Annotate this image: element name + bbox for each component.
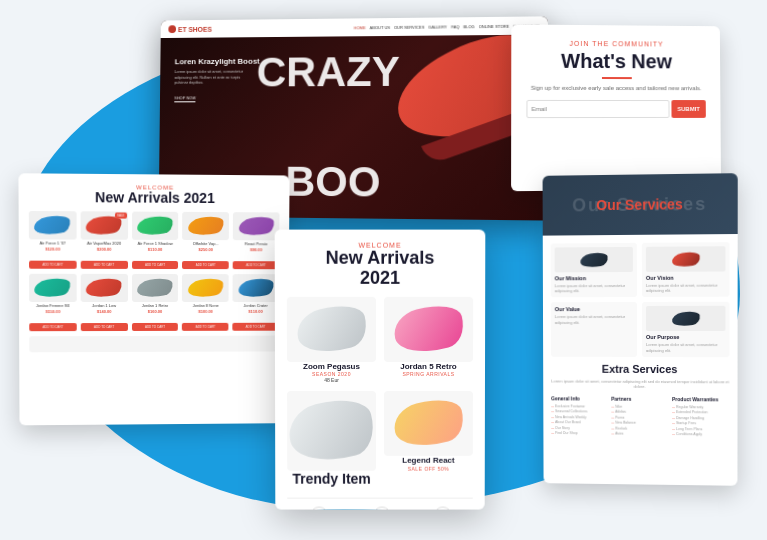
extra-services-title: Extra Services [551,362,729,375]
product-thumb [132,274,179,302]
card-featured: WELCOME New Arrivals2021 Zoom Pegasus SE… [275,230,486,510]
add-to-cart-button[interactable]: ADD TO CART [80,261,127,269]
nav-faq[interactable]: FAQ [451,24,459,29]
featured-item-name-4: Legend React [384,456,473,466]
service-vision-desc: Lorem ipsum dolor sit amet, consectetur … [646,283,726,294]
newsletter-form: SUBMIT [526,100,705,118]
featured-shoe-box-3 [287,391,376,471]
product-row-1: Air Force 1 '07 $120.00 ADD TO CART SALE… [29,211,280,270]
arrivals-title: New Arrivals 2021 [29,190,280,207]
product-thumb [182,212,229,240]
product-thumb [182,274,229,302]
card-arrivals-grid: WELCOME New Arrivals 2021 Air Force 1 '0… [18,173,289,425]
list-item: React Presto $90.00 ADD TO CART [233,213,280,271]
services-grid: Our Mission Lorem ipsum dolor sit amet, … [551,242,730,357]
service-vision-title: Our Vision [646,275,726,281]
personal-shopping-icon: ❓ [434,507,452,510]
nav-services[interactable]: OUR SERVICES [394,24,424,29]
services-body: Our Mission Lorem ipsum dolor sit amet, … [543,234,738,447]
add-to-cart-button[interactable]: ADD TO CART [182,323,228,331]
hero-shop-btn[interactable]: SHOP NOW [174,95,195,102]
featured-footer-icons: 📦 Free Shipping Free shipping details in… [287,498,472,510]
nav-gallery[interactable]: GALLERY [428,24,447,29]
hero-big-text-1: CRAZY [257,51,400,93]
list-item: Jordan Femme SE $150.00 ADD TO CART [29,274,77,332]
add-to-cart-button[interactable]: ADD TO CART [233,261,279,269]
product-thumb [81,274,128,302]
featured-item-sub-4: SALE OFF 50% [384,466,473,472]
logo-icon [168,25,176,33]
service-item-vision: Our Vision Lorem ipsum dolor sit amet, c… [642,242,730,297]
add-to-cart-button[interactable]: ADD TO CART [29,323,76,331]
product-thumb [29,211,77,240]
add-to-cart-button[interactable]: ADD TO CART [29,261,76,269]
service-purpose-desc: Lorem ipsum dolor sit amet, consectetur … [646,342,725,353]
col-partners-title: Partners [611,396,668,402]
list-item: Jordan 1 Low $140.00 ADD TO CART [81,274,128,332]
service-purpose-title: Our Purpose [646,334,725,340]
nav-blog[interactable]: BLOG [463,24,474,29]
arrivals-bottom-strip [29,336,278,353]
hero-product-text: Loren Krazylight Boost Lorem ipsum dolor… [174,57,259,103]
nav-home[interactable]: HOME [354,25,366,30]
services-header: Our Services Our Services [543,173,738,235]
hero-big-text-2: BOO [285,161,380,204]
extra-services-desc: Lorem ipsum dolor sit amet, consectetur … [551,378,729,390]
card-services: Our Services Our Services Our Mission Lo… [543,173,738,486]
services-col-partners: Partners Nike Adidas Puma New Balance Re… [611,396,668,438]
services-col-general: General Info Exclusive Footwear Seasonal… [551,395,607,437]
list-item: SALE Air VaporMax 2020 $200.00 ADD TO CA… [80,212,127,270]
services-columns: General Info Exclusive Footwear Seasonal… [551,395,729,438]
featured-shoe-box-4 [384,391,473,456]
list-item: Jordan 8 None $100.00 ADD TO CART [182,274,229,332]
card-newsletter: JOIN THE COMMUNITY What's New Sign up fo… [511,24,721,191]
scene-container: ET SHOES HOME ABOUT US OUR SERVICES GALL… [0,0,767,540]
col-warranties-title: Product Warranties [672,396,729,402]
service-item-purpose: Our Purpose Lorem ipsum dolor sit amet, … [642,302,730,357]
featured-product-grid: Zoom Pegasus SEASON 2020 48 Eur Jordan 5… [287,296,473,487]
service-shoe-preview-2 [646,246,726,272]
list-item: Zoom Pegasus SEASON 2020 48 Eur [287,296,376,383]
hero-product-name: Loren Krazylight Boost [175,57,260,66]
newsletter-email-input[interactable] [526,100,669,118]
service-item-mission: Our Mission Lorem ipsum dolor sit amet, … [551,243,637,298]
newsletter-divider [602,77,632,79]
footer-free-shipping: 📦 Free Shipping Free shipping details in… [296,507,341,510]
product-thumb: SALE [80,212,127,240]
nav-online-store[interactable]: ONLINE STORE [479,23,509,28]
service-item-value: Our Value Lorem ipsum dolor sit amet, co… [551,302,637,356]
add-to-cart-button[interactable]: ADD TO CART [233,323,279,331]
add-to-cart-button[interactable]: ADD TO CART [182,261,229,269]
list-item: Jordan 1 Retro $160.00 ADD TO CART [132,274,179,332]
service-mission-title: Our Mission [555,275,633,281]
hero-product-desc: Lorem ipsum dolor sit amet, consectetur … [174,69,251,86]
featured-item-sub-2: SPRING ARRIVALS [384,371,473,377]
list-item: Air Force 1 '07 $120.00 ADD TO CART [29,211,77,270]
arrivals-product-grid: Air Force 1 '07 $120.00 ADD TO CART SALE… [29,211,280,332]
featured-item-price-1: 48 Eur [287,377,376,383]
service-shoe-preview-4 [646,306,725,331]
add-to-cart-button[interactable]: ADD TO CART [132,261,179,269]
product-row-2: Jordan Femme SE $150.00 ADD TO CART Jord… [29,274,279,332]
newsletter-join-label: JOIN THE COMMUNITY [527,40,706,48]
nav-about[interactable]: ABOUT US [370,25,390,30]
add-to-cart-button[interactable]: ADD TO CART [81,323,128,331]
service-value-title: Our Value [555,306,633,312]
footer-delivery: 🚚 Delivery Find out the shipping options [360,507,405,510]
footer-personal-shopping: ❓ Personal Shopping Need help with your … [423,507,464,510]
add-to-cart-button[interactable]: ADD TO CART [132,323,179,331]
shipping-icon: 📦 [310,507,328,510]
hero-logo: ET SHOES [168,25,212,33]
list-item: Jordan 5 Retro SPRING ARRIVALS [384,296,473,383]
newsletter-submit-button[interactable]: SUBMIT [671,100,705,118]
services-header-title: Our Services [596,196,682,213]
service-value-desc: Lorem ipsum dolor sit amet, consectetur … [555,314,633,324]
featured-shoe-box-1 [287,296,376,361]
newsletter-title: What's New [526,50,705,73]
featured-item-name-1: Zoom Pegasus [287,362,376,372]
list-item: Offwhite Vap... $250.00 ADD TO CART [182,212,229,270]
service-mission-desc: Lorem ipsum dolor sit amet, consectetur … [555,283,633,294]
services-col-warranties: Product Warranties Regular Warranty Exte… [672,396,729,438]
delivery-icon: 🚚 [373,507,391,510]
product-thumb [233,213,279,241]
